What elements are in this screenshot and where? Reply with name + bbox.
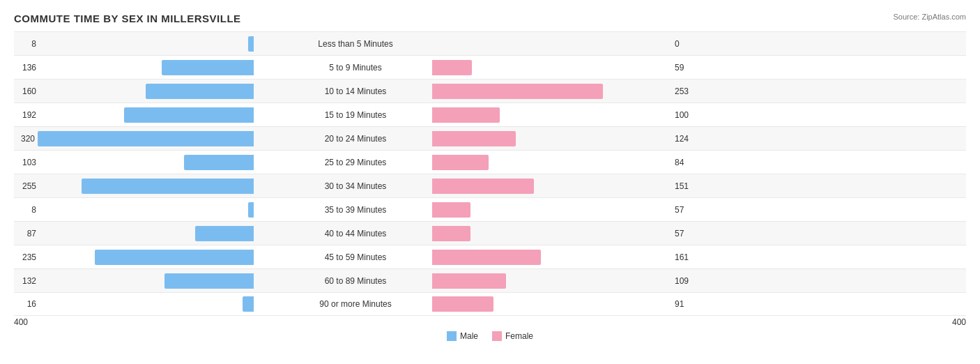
male-bar-wrap [39, 56, 279, 79]
male-bar [184, 155, 254, 170]
male-side: 87 [14, 222, 279, 245]
row-label: 40 to 44 Minutes [279, 229, 432, 238]
male-side: 8 [14, 198, 279, 221]
male-side: 16 [14, 293, 279, 315]
male-value: 136 [14, 63, 36, 73]
female-value: 109 [675, 276, 697, 286]
male-bar [82, 179, 254, 194]
female-value: 0 [675, 39, 697, 49]
female-bar [432, 60, 472, 75]
male-value: 87 [14, 229, 36, 238]
axis-labels: 400 400 [14, 317, 966, 327]
male-bar [95, 250, 254, 265]
male-bar-wrap [39, 174, 279, 197]
male-side: 192 [14, 103, 279, 126]
table-row: 16010 to 14 Minutes253 [14, 79, 966, 103]
female-bar-wrap [432, 269, 672, 292]
table-row: 10325 to 29 Minutes84 [14, 150, 966, 174]
male-bar [243, 296, 254, 312]
male-side: 8 [14, 32, 279, 55]
female-bar-wrap [432, 222, 672, 245]
male-bar-wrap [39, 222, 279, 245]
female-value: 59 [675, 63, 697, 73]
female-side: 91 [432, 293, 697, 315]
female-bar [432, 179, 534, 194]
female-side: 57 [432, 198, 697, 221]
female-value: 100 [675, 110, 697, 120]
row-label: 30 to 34 Minutes [279, 181, 432, 191]
female-value: 57 [675, 229, 697, 238]
female-side: 57 [432, 222, 697, 245]
male-side: 160 [14, 79, 279, 103]
female-side: 59 [432, 56, 697, 79]
female-value: 151 [675, 181, 697, 191]
chart-container: COMMUTE TIME BY SEX IN MILLERSVILLE Sour… [0, 0, 980, 364]
legend: Male Female [14, 331, 966, 341]
row-label: 60 to 89 Minutes [279, 276, 432, 286]
axis-right: 400 [952, 317, 966, 327]
female-side: 109 [432, 269, 697, 292]
female-bar-wrap [432, 174, 672, 197]
chart-title: COMMUTE TIME BY SEX IN MILLERSVILLE [14, 13, 966, 24]
male-swatch [447, 331, 457, 341]
male-side: 235 [14, 245, 279, 268]
male-value: 8 [14, 205, 36, 215]
male-value: 235 [14, 252, 36, 262]
female-side: 151 [432, 174, 697, 197]
male-value: 320 [13, 134, 35, 144]
male-bar [248, 202, 254, 218]
table-row: 32020 to 24 Minutes124 [14, 126, 966, 150]
female-side: 253 [432, 79, 697, 103]
table-row: 8Less than 5 Minutes0 [14, 31, 966, 55]
male-side: 103 [14, 151, 279, 174]
male-bar-wrap [39, 293, 279, 315]
female-bar-wrap [432, 56, 672, 79]
table-row: 1690 or more Minutes91 [14, 292, 966, 316]
male-side: 255 [14, 174, 279, 197]
table-row: 1365 to 9 Minutes59 [14, 55, 966, 79]
female-swatch [492, 331, 502, 341]
male-bar [248, 36, 254, 52]
female-value: 91 [675, 299, 697, 309]
table-row: 25530 to 34 Minutes151 [14, 174, 966, 197]
female-bar [432, 226, 470, 241]
male-value: 103 [14, 158, 36, 167]
legend-male: Male [447, 331, 478, 341]
male-bar-wrap [39, 103, 279, 126]
female-bar [432, 131, 516, 146]
female-bar [432, 250, 541, 265]
male-side: 136 [14, 56, 279, 79]
male-value: 8 [14, 39, 36, 49]
rows-area: 8Less than 5 Minutes01365 to 9 Minutes59… [14, 31, 966, 316]
female-value: 84 [675, 158, 697, 167]
axis-left: 400 [14, 317, 28, 327]
male-bar-wrap [39, 32, 279, 55]
female-bar-wrap [432, 198, 672, 221]
table-row: 23545 to 59 Minutes161 [14, 245, 966, 268]
female-side: 84 [432, 151, 697, 174]
male-bar [195, 226, 254, 241]
female-bar-wrap [432, 293, 672, 315]
female-bar-wrap [432, 151, 672, 174]
male-bar [162, 60, 254, 75]
female-value: 253 [675, 86, 697, 96]
female-bar-wrap [432, 32, 672, 55]
table-row: 8740 to 44 Minutes57 [14, 221, 966, 245]
row-label: 35 to 39 Minutes [279, 205, 432, 215]
male-value: 192 [14, 110, 36, 120]
legend-female: Female [492, 331, 533, 341]
female-value: 57 [675, 205, 697, 215]
row-label: Less than 5 Minutes [279, 39, 432, 49]
female-bar [432, 107, 500, 123]
female-side: 0 [432, 32, 697, 55]
row-label: 45 to 59 Minutes [279, 252, 432, 262]
female-side: 161 [432, 245, 697, 268]
female-bar [432, 273, 506, 289]
male-bar-wrap [39, 198, 279, 221]
table-row: 19215 to 19 Minutes100 [14, 103, 966, 126]
row-label: 25 to 29 Minutes [279, 158, 432, 167]
female-bar [432, 296, 493, 312]
male-bar-wrap [38, 127, 279, 150]
female-bar [432, 84, 603, 99]
female-bar-wrap [432, 127, 672, 150]
